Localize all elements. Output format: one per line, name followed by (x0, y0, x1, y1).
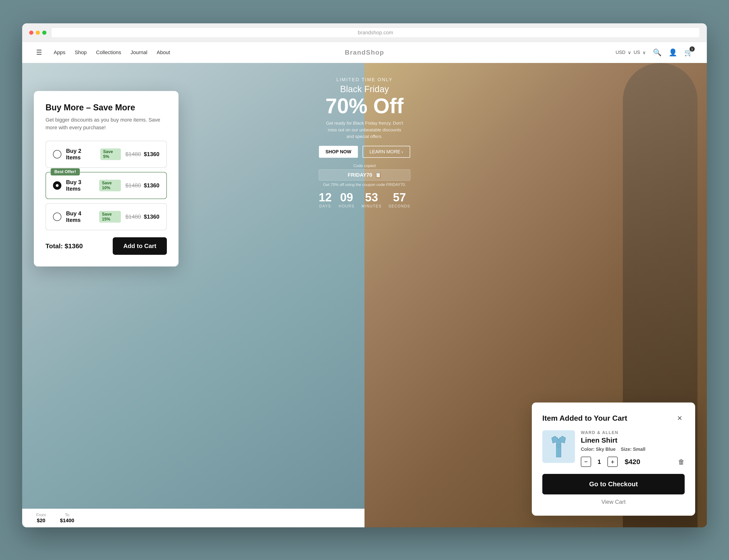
countdown-seconds: 57 SECONDS (389, 191, 410, 208)
offer-label-4items: Buy 4 Items (66, 210, 92, 223)
nav-right: USD ∨ US ∨ 🔍 👤 🛒 1 (616, 48, 693, 56)
cart-item-details: WARD & ALLEN Linen Shirt Color: Sky Blue… (581, 430, 685, 467)
offer-label-3items: Buy 3 Items (66, 179, 92, 192)
item-price: $420 (625, 458, 640, 466)
offer-option-3items[interactable]: Best Offer! Buy 3 Items Save 10% $1480 $… (46, 172, 167, 199)
coupon-area: Code copied FRIDAY70 📋 Get 70% off using… (319, 164, 410, 187)
hero-event-text: Black Friday (319, 84, 410, 94)
cart-item-controls: − 1 + $420 🗑 (581, 457, 685, 467)
price-filter-area: From $20 To $1400 (22, 509, 365, 527)
shirt-svg (547, 434, 570, 459)
save-badge-3items: Save 10% (99, 180, 121, 191)
cart-badge: 1 (690, 46, 695, 52)
close-cart-panel-button[interactable]: ✕ (674, 413, 685, 423)
hero-limited-text: LIMITED TIME ONLY (319, 77, 410, 82)
original-price-3items: $1480 (126, 182, 141, 189)
website-content: ☰ Apps Shop Collections Journal About Br… (22, 42, 707, 527)
price-to: To $1400 (60, 513, 74, 524)
radio-4items[interactable] (53, 213, 61, 221)
total-label: Total: $1360 (46, 242, 83, 250)
radio-inner-3items (56, 184, 59, 187)
cart-item-image (542, 430, 575, 463)
offer-option-2items[interactable]: Buy 2 Items Save 5% $1480 $1360 (46, 141, 167, 168)
original-price-4items: $1480 (126, 213, 141, 220)
cart-panel-header: Item Added to Your Cart ✕ (542, 413, 685, 423)
discounted-price-2items: $1360 (144, 151, 159, 157)
code-copied-label: Code copied (319, 164, 410, 168)
quantity-decrease-button[interactable]: − (581, 457, 591, 467)
cart-added-panel: Item Added to Your Cart ✕ (532, 403, 695, 516)
radio-3items[interactable] (53, 181, 61, 190)
original-price-2items: $1480 (126, 151, 141, 157)
panel-subtitle: Get bigger discounts as you buy more ite… (46, 116, 167, 131)
hamburger-icon[interactable]: ☰ (36, 49, 42, 56)
nav-link-shop[interactable]: Shop (75, 49, 87, 56)
save-badge-4items: Save 15% (99, 211, 121, 223)
offer-prices-4items: $1480 $1360 (126, 213, 160, 220)
hero-buttons: SHOP NOW LEARN MORE › (319, 146, 410, 158)
price-from: From $20 (36, 513, 46, 524)
browser-control-dots (29, 31, 46, 35)
nav-links: Apps Shop Collections Journal About (54, 49, 170, 56)
fullscreen-dot[interactable] (42, 31, 46, 35)
cart-item-brand: WARD & ALLEN (581, 430, 685, 435)
nav-left: ☰ Apps Shop Collections Journal About (36, 49, 170, 56)
cart-panel-title: Item Added to Your Cart (542, 414, 627, 423)
nav-center: BrandShop (345, 49, 384, 56)
account-icon[interactable]: 👤 (669, 48, 677, 56)
search-icon[interactable]: 🔍 (653, 48, 662, 56)
nav-link-collections[interactable]: Collections (96, 49, 121, 56)
nav-link-about[interactable]: About (157, 49, 170, 56)
brand-logo: BrandShop (345, 49, 384, 56)
offer-option-4items[interactable]: Buy 4 Items Save 15% $1480 $1360 (46, 203, 167, 230)
currency-selector[interactable]: USD ∨ US ∨ (616, 50, 646, 55)
coupon-code-box[interactable]: FRIDAY70 📋 (319, 169, 410, 181)
shop-now-button[interactable]: SHOP NOW (319, 146, 358, 158)
offer-prices-3items: $1480 $1360 (126, 182, 160, 189)
countdown-days: 12 DAYS (319, 191, 332, 208)
offer-label-2items: Buy 2 Items (66, 148, 93, 161)
hero-discount-text: 70% Off (319, 95, 410, 116)
copy-icon[interactable]: 📋 (375, 172, 381, 178)
radio-2items[interactable] (53, 150, 61, 158)
delete-item-button[interactable]: 🗑 (678, 458, 685, 466)
browser-window: brandshop.com ☰ Apps Shop Collections Jo… (22, 23, 707, 527)
quantity-value: 1 (596, 458, 603, 465)
panel-footer: Total: $1360 Add to Cart (46, 237, 167, 255)
cart-item-row: WARD & ALLEN Linen Shirt Color: Sky Blue… (542, 430, 685, 467)
quantity-increase-button[interactable]: + (607, 457, 618, 467)
add-to-cart-button[interactable]: Add to Cart (113, 237, 167, 255)
cart-item-attrs: Color: Sky Blue Size: Small (581, 447, 685, 452)
discounted-price-4items: $1360 (144, 213, 159, 220)
nav-link-journal[interactable]: Journal (130, 49, 147, 56)
save-badge-2items: Save 5% (100, 148, 121, 160)
cart-item-name: Linen Shirt (581, 436, 685, 444)
minimize-dot[interactable] (36, 31, 40, 35)
countdown-minutes: 53 MINUTES (361, 191, 382, 208)
offer-prices-2items: $1480 $1360 (126, 151, 160, 157)
buy-more-panel: Buy More – Save More Get bigger discount… (34, 91, 179, 266)
best-offer-badge: Best Offer! (51, 168, 80, 175)
browser-chrome: brandshop.com (22, 23, 707, 42)
hero-subtitle-text: Get ready for Black Friday frenzy. Don't… (325, 120, 404, 140)
cart-icon[interactable]: 🛒 1 (684, 48, 693, 56)
close-dot[interactable] (29, 31, 33, 35)
go-to-checkout-button[interactable]: Go to Checkout (542, 474, 685, 494)
discounted-price-3items: $1360 (144, 182, 159, 189)
view-cart-button[interactable]: View Cart (542, 499, 685, 505)
panel-title: Buy More – Save More (46, 103, 167, 112)
countdown-area: 12 DAYS 09 HOURS 53 MINUTES 57 SECONDS (319, 191, 410, 208)
nav-link-apps[interactable]: Apps (54, 49, 65, 56)
top-nav: ☰ Apps Shop Collections Journal About Br… (22, 42, 707, 63)
learn-more-button[interactable]: LEARN MORE › (362, 146, 410, 158)
coupon-instructions: Get 70% off using the coupon code FRIDAY… (319, 182, 410, 187)
countdown-hours: 09 HOURS (339, 191, 354, 208)
hero-text-area: LIMITED TIME ONLY Black Friday 70% Off G… (319, 77, 410, 208)
address-bar[interactable]: brandshop.com (51, 28, 700, 38)
